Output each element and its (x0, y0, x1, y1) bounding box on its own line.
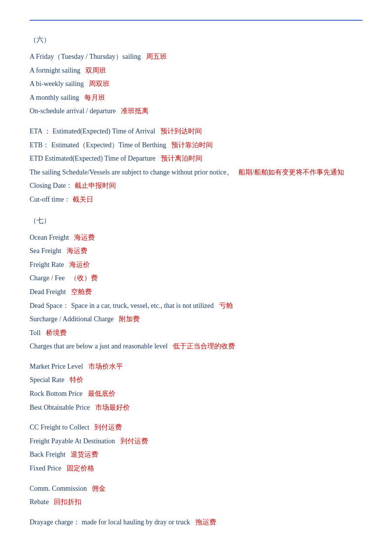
line-below-reasonable: Charges that are below a just and reason… (30, 340, 362, 353)
section-six-sailing-terms: A Friday（Tuesday / Thursday）sailing 周五班 … (30, 50, 362, 118)
line-monthly-sailing: A monthly sailing 每月班 (30, 91, 362, 105)
line-rock-bottom: Rock Bottom Price 最低底价 (30, 387, 362, 401)
group-freight-terms: Ocean Freight 海运费 Sea Freight 海运费 Freigh… (30, 231, 362, 353)
section-six: （六） A Friday（Tuesday / Thursday）sailing … (30, 36, 362, 207)
line-onschedule: On-schedule arrival / departure 准班抵离 (30, 105, 362, 118)
top-border (30, 20, 362, 21)
line-freight-payable-destination: Freight Payable At Destination 到付运费 (30, 435, 362, 448)
line-back-freight: Back Freight 退货运费 (30, 448, 362, 462)
section-six-title: （六） (30, 36, 362, 44)
line-market-price-level: Market Price Level 市场价水平 (30, 360, 362, 374)
line-fixed-price: Fixed Price 固定价格 (30, 462, 362, 475)
section-six-definitions: ETA ： Estimated(Expected) Time of Arriva… (30, 125, 362, 207)
line-charge-fee: Charge / Fee （收）费 (30, 272, 362, 285)
line-ocean-freight: Ocean Freight 海运费 (30, 231, 362, 245)
line-toll: Toll 桥境费 (30, 327, 362, 340)
line-fortnight-sailing: A fortnight sailing 双周班 (30, 64, 362, 78)
group-drayage: Drayage charge： made for local hauling b… (30, 516, 362, 529)
line-sea-freight: Sea Freight 海运费 (30, 245, 362, 258)
line-cc-freight: CC Freight to Collect 到付运费 (30, 421, 362, 434)
line-closing-date: Closing Date： 截止申报时间 (30, 179, 362, 193)
line-etd: ETD Estimated(Expected) Time of Departur… (30, 152, 362, 166)
line-best-obtainable: Best Obtainable Price 市场最好价 (30, 401, 362, 415)
line-rebate: Rebate 回扣折扣 (30, 496, 362, 509)
line-schedule-change: The sailing Schedule/Vessels are subject… (30, 166, 362, 179)
group-commission: Comm. Commission 佣金 Rebate 回扣折扣 (30, 482, 362, 509)
group-freight-payable: CC Freight to Collect 到付运费 Freight Payab… (30, 421, 362, 475)
line-dead-freight: Dead Freight 空舱费 (30, 286, 362, 299)
page: （六） A Friday（Tuesday / Thursday）sailing … (0, 0, 392, 555)
line-eta: ETA ： Estimated(Expected) Time of Arriva… (30, 125, 362, 138)
section-seven-title: （七） (30, 216, 362, 225)
line-drayage: Drayage charge： made for local hauling b… (30, 516, 362, 529)
line-freight-rate: Freight Rate 海运价 (30, 258, 362, 272)
line-dead-space: Dead Space： Space in a car, truck, vesse… (30, 299, 362, 313)
line-etb: ETB： Estimated（Expected）Time of Berthing… (30, 139, 362, 152)
line-biweekly-sailing: A bi-weekly sailing 周双班 (30, 78, 362, 91)
line-cutoff-time: Cut-off time： 截关日 (30, 193, 362, 207)
line-special-rate: Special Rate 特价 (30, 374, 362, 387)
section-seven: （七） Ocean Freight 海运费 Sea Freight 海运费 Fr… (30, 216, 362, 529)
line-surcharge: Surcharge / Additional Charge 附加费 (30, 313, 362, 326)
line-commission: Comm. Commission 佣金 (30, 482, 362, 496)
group-price-levels: Market Price Level 市场价水平 Special Rate 特价… (30, 360, 362, 414)
line-friday-sailing: A Friday（Tuesday / Thursday）sailing 周五班 (30, 50, 362, 64)
